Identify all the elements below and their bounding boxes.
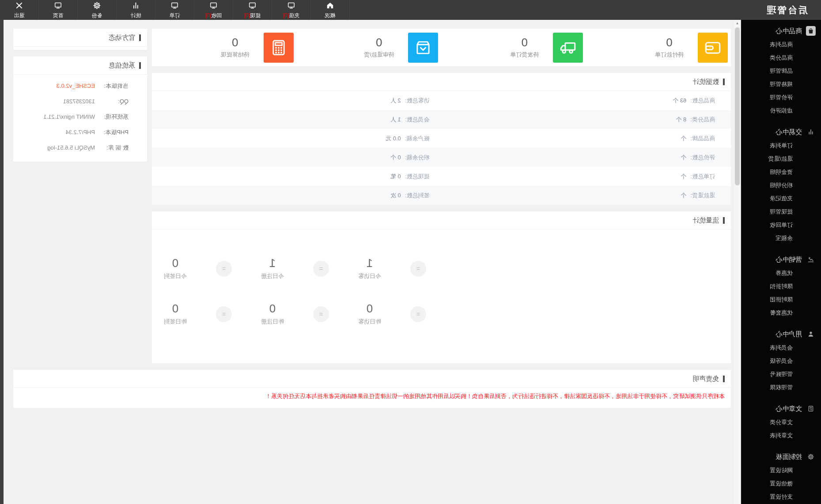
toolbar-item-recharge[interactable]: 充值[0] [272,0,311,20]
sidebar-item-product-list[interactable]: 商品列表 [741,38,821,51]
toolbar-item-withdraw[interactable]: 提现[0] [233,0,272,20]
sidebar-item-coupon[interactable]: 优惠券 [741,267,821,280]
stat-value: 个 [681,173,686,181]
content-scrollbar[interactable]: ▲ [734,20,741,504]
data-statistics-card: 数据统计 商品总数:63 个 访客总数:2 人 商品分类:8 个 会员总数:1 … [152,73,731,205]
section-accent-bar [723,79,725,85]
sidebar-section-header-marketing[interactable]: 营销中心 [741,252,821,267]
sidebar-item-site-settings[interactable]: 网站设置 [741,464,821,477]
flow-stat-today-checkins: 0 今日签到 [155,257,196,280]
toolbar-item-backup[interactable]: 备份 [78,0,117,20]
card-label: 待付款订单 [655,51,684,59]
flow-value: 0 [252,302,293,315]
summary-card-pending-shipment[interactable]: 0 待发货订单 [442,29,586,66]
sidebar-item-product-category[interactable]: 商品分类 [741,51,821,64]
toolbar-item-label: 提现 [250,12,261,19]
sidebar-item-article-list[interactable]: 文章列表 [741,429,821,442]
sidebar-item-order-recycle[interactable]: 订单回收 [741,218,821,232]
sidebar-item-points-detail[interactable]: 积分明细 [741,179,821,192]
sidebar-item-spec-manage[interactable]: 规格管理 [741,78,821,91]
stat-value: 1 人 [390,116,401,124]
summary-card-pending-settlement[interactable]: 0 待结算提现 [152,29,297,66]
sidebar-item-fund-detail[interactable]: 资金明细 [741,165,821,179]
sidebar-section-title: 商品中心 [776,27,802,35]
monitor-icon [170,1,179,11]
table-row: 商品分类:8 个 会员总数:1 人 [152,110,731,129]
sidebar-item-payment-settings[interactable]: 支付设置 [741,490,821,504]
scrollbar-thumb[interactable] [735,27,740,185]
stat-value: 63 个 [673,97,686,105]
list-item: 当前版本: ECSHE_v2.0.3 [13,78,147,94]
stat-label: 会员总数: [405,116,430,124]
toolbar-item-label: 概况 [325,12,336,19]
sidebar-section-header-users[interactable]: 用户中心 [741,327,821,341]
sidebar-item-flash-discount[interactable]: 限时折扣 [741,280,821,293]
sidebar-item-wechat-settings[interactable]: 微信设置 [741,477,821,490]
stat-label: 提现总数: [405,173,430,181]
list-item: PHP版本: PHP/7.2.34 [13,124,147,140]
sidebar-item-manage-permissions[interactable]: 管理权限 [741,381,821,394]
info-label: 当前版本: [95,82,129,90]
main-content: 0 待付款订单 0 待发货订单 0 [4,20,734,504]
table-row: 商品总数:63 个 访客总数:2 人 [152,91,731,110]
window-scrollbar-strip[interactable] [0,20,4,504]
toolbar-item-statistics[interactable]: 统计 [117,0,155,20]
sidebar-item-withdraw-manage[interactable]: 提现管理 [741,205,821,218]
app-logo: 后台管理 [765,4,821,16]
sidebar-section-header-trade[interactable]: 交易中心 [741,125,821,139]
sidebar-section-header-control-panel[interactable]: 控制面板 [741,450,821,464]
monitor-icon [209,1,218,11]
list-item: QQ: 1302357281 [13,94,147,109]
info-value: MySQLi 5.6.51-log [47,144,95,151]
flow-label: 今日注册 [252,272,293,280]
sidebar-item-brand-manage[interactable]: 品牌管理 [741,64,821,78]
toolbar-item-label: 首页 [53,12,64,19]
trend-chart-icon [806,255,816,264]
card-value: 0 [655,36,684,49]
toolbar-item-orders[interactable]: 订单 [155,0,194,20]
monitor-icon [54,1,62,11]
table-row: 退款退货:个 签到总数:0 次 [152,186,731,205]
card-label: 待审退款/货 [364,51,394,59]
sidebar-item-group-buy[interactable]: 限时拼团 [741,293,821,306]
sidebar-item-refund-return[interactable]: 退款/退货 [741,152,821,165]
toolbar-item-recycle[interactable]: 回收[0] [194,0,233,20]
sidebar-item-combo-deal[interactable]: 优惠套餐 [741,306,821,320]
version-value[interactable]: ECSHE_v2.0.3 [57,83,95,89]
sidebar-section-title: 营销中心 [776,256,802,264]
toolbar-item-logout[interactable]: 退出 [0,0,39,20]
sidebar-item-review-manage[interactable]: 评价管理 [741,91,821,104]
sidebar-section-articles: 文章中心 文章分类 文章列表 [741,402,821,442]
scroll-up-arrow-icon[interactable]: ▲ [734,20,741,26]
section-accent-bar [139,34,141,41]
sidebar-item-member-list[interactable]: 会员列表 [741,341,821,354]
summary-card-pending-payment[interactable]: 0 待付款订单 [586,29,731,66]
summary-card-pending-refund-review[interactable]: 0 待审退款/货 [297,29,442,66]
home-icon [326,1,334,11]
info-label: 数 据 库: [95,144,129,152]
flow-stat-today-registrations: 1 今日注册 [252,257,293,280]
sidebar-item-manage-accounts[interactable]: 管理账号 [741,368,821,381]
info-label: PHP版本: [95,128,129,136]
sidebar-item-recharge-record[interactable]: 充值记录 [741,192,821,205]
sidebar-item-article-category[interactable]: 文章分类 [741,416,821,429]
sidebar-item-virtual-review[interactable]: 虚拟评价 [741,104,821,117]
sidebar-item-order-list[interactable]: 订单列表 [741,139,821,152]
stat-value: 0 个 [390,154,401,162]
stat-value: 0.0 元 [386,135,401,143]
flow-label: 今日访客 [349,272,390,280]
toolbar-item-overview[interactable]: 概况 [311,0,350,20]
truck-icon [553,33,583,63]
side-column: 官方动态 系统信息 当前版本: ECSHE_v2.0.3 QQ: [13,29,147,168]
calculator-icon [264,33,294,63]
sidebar-item-member-level[interactable]: 会员等级 [741,354,821,368]
toolbar-item-homepage[interactable]: 首页 [39,0,78,20]
stat-value: 2 人 [390,97,401,105]
flow-value: 0 [155,257,196,269]
sidebar-section-header-articles[interactable]: 文章中心 [741,402,821,416]
sidebar-item-balance-treasure[interactable]: 余额宝 [741,232,821,245]
stat-label: 商品分类: [690,116,715,124]
count-badge: [0] [244,12,250,19]
toolbar-items: 概况 充值[0] 提现[0] 回收[0] 订单 统计 [0,0,350,20]
sidebar-section-header-products[interactable]: 商品中心 [741,24,821,38]
